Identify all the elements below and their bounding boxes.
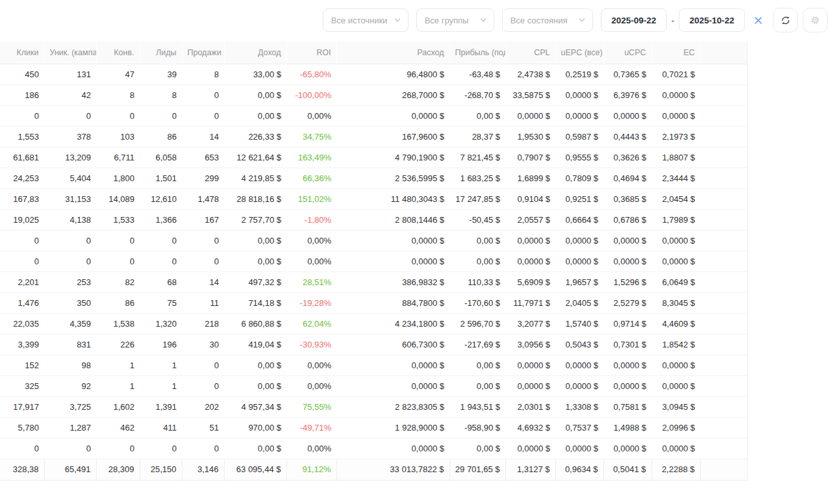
cell-uniques: 0 bbox=[44, 230, 96, 251]
cell-cpl: 0,7907 $ bbox=[505, 147, 555, 168]
cell-spend: 606,7300 $ bbox=[336, 334, 449, 355]
cell-uniques: 350 bbox=[44, 292, 96, 313]
column-header-spend[interactable]: Расход bbox=[336, 42, 449, 64]
cell-uepc: 0,5043 $ bbox=[555, 334, 603, 355]
column-header-leads[interactable]: Лиды bbox=[140, 42, 182, 64]
cell-ucpc: 0,0000 $ bbox=[603, 230, 651, 251]
cell-leads: 6,058 bbox=[140, 147, 182, 168]
cell-sales: 0 bbox=[182, 230, 224, 251]
cell-ec: 0,0000 $ bbox=[651, 230, 700, 251]
cell-uniques: 1,287 bbox=[44, 417, 96, 438]
column-header-uniques[interactable]: Уник. (кампан bbox=[44, 42, 96, 64]
cell-ucpc: 0,3685 $ bbox=[603, 188, 651, 209]
cell-uepc: 2,0405 $ bbox=[555, 292, 603, 313]
cell-clicks: 1,553 bbox=[0, 126, 44, 147]
column-header-ucpc[interactable]: uCPC bbox=[603, 42, 651, 64]
cell-profit: -63,48 $ bbox=[449, 64, 505, 84]
cell-revenue: 714,18 $ bbox=[224, 292, 286, 313]
cell-conv: 1 bbox=[96, 375, 140, 396]
cell-sales: 3,146 bbox=[182, 459, 224, 480]
cell-revenue: 419,04 $ bbox=[224, 334, 286, 355]
cell-ec: 0,0000 $ bbox=[651, 251, 700, 271]
cell-uepc: 1,3308 $ bbox=[555, 396, 603, 417]
table-row: 325921100,00 $0,00%0,0000 $0,00 $0,0000 … bbox=[0, 375, 747, 396]
column-header-roi[interactable]: ROI bbox=[286, 42, 336, 64]
date-to-input[interactable]: 2025-10-22 bbox=[679, 8, 745, 32]
cell-profit: -268,70 $ bbox=[449, 84, 505, 105]
cell-leads: 68 bbox=[140, 271, 182, 292]
state-filter-select[interactable]: Все состояния bbox=[502, 8, 593, 32]
cell-uepc: 0,5987 $ bbox=[555, 126, 603, 147]
cell-ucpc: 0,7301 $ bbox=[603, 334, 651, 355]
cell-filler bbox=[700, 188, 747, 209]
date-from-input[interactable]: 2025-09-22 bbox=[601, 8, 667, 32]
cell-conv: 8 bbox=[96, 84, 140, 105]
table-row: 000000,00 $0,00%0,0000 $0,00 $0,0000 $0,… bbox=[0, 230, 747, 251]
cell-uepc: 0,0000 $ bbox=[555, 355, 603, 375]
cell-filler bbox=[700, 209, 747, 230]
source-filter-select[interactable]: Все источники bbox=[323, 8, 409, 32]
column-header-conv[interactable]: Конв. bbox=[96, 42, 140, 64]
cell-sales: 0 bbox=[182, 438, 224, 459]
cell-profit: 110,33 $ bbox=[449, 271, 505, 292]
settings-button[interactable] bbox=[803, 8, 828, 32]
cell-uepc: 0,0000 $ bbox=[555, 230, 603, 251]
cell-cpl: 5,6909 $ bbox=[505, 271, 555, 292]
cell-revenue: 6 860,88 $ bbox=[224, 313, 286, 334]
cell-filler bbox=[700, 459, 747, 480]
column-header-uepc[interactable]: uEPC (все) bbox=[555, 42, 603, 64]
cell-sales: 167 bbox=[182, 209, 224, 230]
cell-uepc: 1,5740 $ bbox=[555, 313, 603, 334]
cell-conv: 6,711 bbox=[96, 147, 140, 168]
cell-spend: 0,0000 $ bbox=[336, 105, 449, 126]
cell-roi: -1,80% bbox=[286, 209, 336, 230]
cell-sales: 0 bbox=[182, 84, 224, 105]
cell-revenue: 12 621,64 $ bbox=[224, 147, 286, 168]
cell-sales: 218 bbox=[182, 313, 224, 334]
column-header-revenue[interactable]: Доход bbox=[224, 42, 286, 64]
cell-profit: 28,37 $ bbox=[449, 126, 505, 147]
cell-spend: 2 823,8305 $ bbox=[336, 396, 449, 417]
cell-cpl: 2,4738 $ bbox=[505, 64, 555, 84]
cell-spend: 0,0000 $ bbox=[336, 375, 449, 396]
column-header-profit[interactable]: Прибыль (под bbox=[449, 42, 505, 64]
cell-uepc: 0,2519 $ bbox=[555, 64, 603, 84]
cell-filler bbox=[700, 147, 747, 168]
refresh-button[interactable] bbox=[773, 8, 798, 32]
cell-clicks: 0 bbox=[0, 251, 44, 271]
group-filter-select[interactable]: Все группы bbox=[416, 8, 494, 32]
cell-leads: 1 bbox=[140, 375, 182, 396]
cell-profit: 0,00 $ bbox=[449, 230, 505, 251]
column-header-ec[interactable]: EC bbox=[651, 42, 700, 64]
cell-filler bbox=[700, 438, 747, 459]
cell-uniques: 0 bbox=[44, 251, 96, 271]
cell-spend: 96,4800 $ bbox=[336, 64, 449, 84]
column-header-cpl[interactable]: CPL bbox=[505, 42, 555, 64]
cell-sales: 0 bbox=[182, 105, 224, 126]
stats-table: КликиУник. (кампанКонв.ЛидыПродажиДоходR… bbox=[0, 42, 748, 481]
cell-sales: 11 bbox=[182, 292, 224, 313]
cell-leads: 1,501 bbox=[140, 168, 182, 188]
cell-ec: 8,3045 $ bbox=[651, 292, 700, 313]
cell-roi: -30,93% bbox=[286, 334, 336, 355]
cell-cpl: 1,6899 $ bbox=[505, 168, 555, 188]
cell-sales: 8 bbox=[182, 64, 224, 84]
cell-spend: 0,0000 $ bbox=[336, 251, 449, 271]
cell-revenue: 0,00 $ bbox=[224, 438, 286, 459]
column-header-sales[interactable]: Продажи bbox=[182, 42, 224, 64]
cell-cpl: 1,9530 $ bbox=[505, 126, 555, 147]
cell-filler bbox=[700, 105, 747, 126]
cell-conv: 82 bbox=[96, 271, 140, 292]
cell-leads: 1,391 bbox=[140, 396, 182, 417]
cell-cpl: 4,6932 $ bbox=[505, 417, 555, 438]
cell-leads: 75 bbox=[140, 292, 182, 313]
cell-profit: -958,90 $ bbox=[449, 417, 505, 438]
clear-dates-button[interactable] bbox=[751, 13, 765, 27]
cell-uniques: 42 bbox=[44, 84, 96, 105]
table-row: 22,0354,3591,5381,3202186 860,88 $62,04%… bbox=[0, 313, 747, 334]
refresh-icon bbox=[780, 15, 791, 26]
cell-clicks: 0 bbox=[0, 105, 44, 126]
cell-roi: 163,49% bbox=[286, 147, 336, 168]
column-header-clicks[interactable]: Клики bbox=[0, 42, 44, 64]
cell-leads: 25,150 bbox=[140, 459, 182, 480]
